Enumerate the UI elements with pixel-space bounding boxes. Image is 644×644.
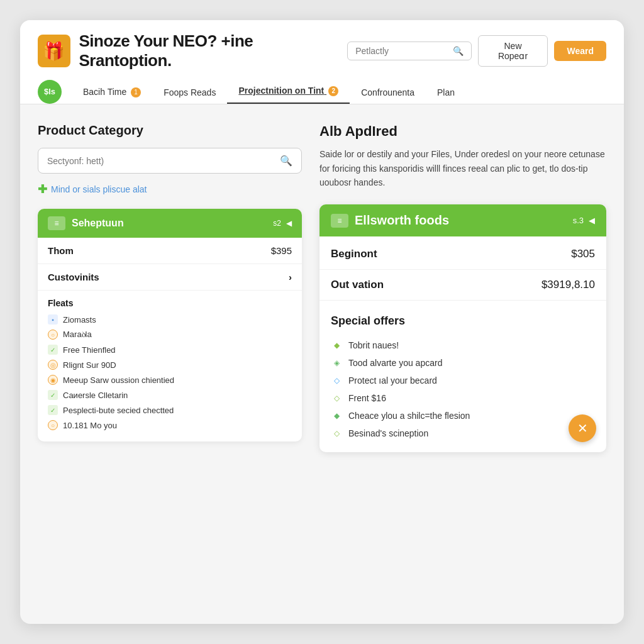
list-item: ◇ Frent $16	[331, 389, 595, 407]
nav-logo: $ls	[38, 80, 62, 104]
right-title: Alb ApdIred	[319, 123, 606, 140]
search-icon-left: 🔍	[280, 155, 292, 167]
list-item: ◎ Rlignt Sur 90D	[48, 357, 292, 372]
circle-icon: ○	[48, 420, 58, 430]
ellsworth-list-icon: ≡	[331, 214, 348, 228]
offer-list: ◆ Tobrit naues! ◈ Tood alvarte you apcar…	[331, 336, 595, 442]
list-item: ✓ Caиersle Clletarin	[48, 387, 292, 402]
ellsworth-title: ≡ Ellsworth foods	[331, 213, 449, 228]
list-item: ✓ Pesplecti-bute secied chectted	[48, 402, 292, 418]
list-item: ○ Maraꝺla	[48, 327, 292, 342]
thom-row: Thom $395	[38, 238, 302, 264]
circle-icon: ◎	[48, 360, 58, 370]
list-item: ◈ Tood alvarte you apcard	[331, 354, 595, 372]
nav-area: $ls Bacih Time 1 Foops Reads Projectniti…	[38, 79, 606, 104]
circle-icon: ○	[48, 330, 58, 340]
list-item: ◇ Besinad's scineption	[331, 425, 595, 442]
share-icon[interactable]: ◀	[286, 219, 292, 228]
main-content: Product Category 🔍 ✚ Mind or sials plisc…	[20, 104, 624, 471]
diamond-outline-icon: ◇	[331, 392, 342, 404]
check-icon: ✓	[48, 405, 58, 415]
beginont-row: Beginont $305	[319, 239, 606, 270]
square-icon: ▪	[48, 314, 58, 325]
ellsworth-header-right: s.3 ◀	[573, 216, 595, 225]
ellsworth-rows: Beginont $305 Out vation $3919,8.10	[319, 236, 606, 303]
seheptuun-card-header: ≡ Seheptuun s2 ◀	[38, 209, 302, 238]
logo-icon: 🎁	[38, 35, 70, 67]
tag-icon: ◈	[331, 357, 342, 369]
right-description: Saide lor or destily and your Files, Und…	[319, 147, 606, 189]
nav-item-projectnition[interactable]: Projectnition on Tint 2	[227, 79, 350, 104]
left-section-title: Product Category	[38, 123, 302, 138]
header: 🎁 Sinoze Your NEO? +ine Srantoption. 🔍 N…	[20, 20, 624, 104]
weard-button[interactable]: Weard	[554, 41, 606, 61]
list-item: ✓ Free Thienfled	[48, 342, 292, 357]
ellsworth-card: ≡ Ellsworth foods s.3 ◀ Beginont $305 Ou…	[319, 204, 606, 452]
check-icon: ✓	[48, 390, 58, 400]
list-item: ○ 10.181 Mo you	[48, 418, 292, 433]
logo-area: 🎁 Sinoze Your NEO? +ine Srantoption.	[38, 31, 347, 70]
list-item: ◆ Cheace ylou a shilc=the flesion	[331, 407, 595, 425]
card-header-left: ≡ Seheptuun	[48, 216, 124, 230]
app-container: 🎁 Sinoze Your NEO? +ine Srantoption. 🔍 N…	[20, 20, 624, 624]
special-offers-title: Special offers	[331, 314, 595, 328]
right-panel: Alb ApdIred Saide lor or destily and you…	[302, 123, 606, 452]
left-panel: Product Category 🔍 ✚ Mind or sials plisc…	[38, 123, 302, 452]
nav-item-plan[interactable]: Plan	[426, 81, 466, 104]
custovinits-section[interactable]: Custovinits ›	[38, 264, 302, 291]
special-offers-section: Special offers ◆ Tobrit naues! ◈ Tood al…	[319, 303, 606, 452]
diamond-check-icon: ◇	[331, 428, 342, 439]
app-title: Sinoze Your NEO? +ine Srantoption.	[79, 31, 348, 70]
circle-icon: ◉	[48, 375, 58, 385]
list-item: ▪ Ziomasts	[48, 312, 292, 327]
list-item: ◇ Protect ıal your becard	[331, 372, 595, 389]
category-search-input[interactable]	[47, 156, 274, 166]
header-top: 🎁 Sinoze Your NEO? +ine Srantoption. 🔍 N…	[38, 31, 606, 70]
add-link[interactable]: ✚ Mind or sials pliscue alat	[38, 182, 302, 196]
ellsworth-header: ≡ Ellsworth foods s.3 ◀	[319, 204, 606, 236]
features-title: Fleats	[38, 291, 302, 312]
nav-item-bacih-time[interactable]: Bacih Time 1	[72, 80, 152, 104]
card-list-icon: ≡	[48, 216, 65, 230]
share-icon[interactable]: ◀	[589, 216, 595, 225]
nav-items: Bacih Time 1 Foops Reads Projectnition o…	[72, 79, 466, 104]
card-header-right: s2 ◀	[273, 219, 292, 228]
global-search-input[interactable]	[355, 46, 447, 56]
new-rope-button[interactable]: New Ropeɑr	[478, 35, 548, 67]
out-vation-row: Out vation $3919,8.10	[319, 270, 606, 301]
seheptuun-card: ≡ Seheptuun s2 ◀ Thom $395 Custovinits	[38, 209, 302, 441]
global-search-bar[interactable]: 🔍	[347, 42, 471, 60]
header-right: 🔍 New Ropeɑr Weard	[347, 35, 606, 67]
search-icon: 🔍	[453, 46, 464, 56]
chevron-right-icon: ›	[289, 272, 292, 282]
check-diamond-icon: ◆	[331, 410, 342, 421]
stacked-cards-container: ≡ Seheptuun s2 ◀ Thom $395 Custovinits	[38, 209, 302, 441]
list-item: ◉ Meeup Sarw oussion chientied	[48, 372, 292, 387]
feature-list: ▪ Ziomasts ○ Maraꝺla ✓ Free Thienfled	[38, 312, 302, 441]
list-item: ◆ Tobrit naues!	[331, 336, 595, 354]
nav-item-confrounenta[interactable]: Confrounenta	[350, 81, 426, 104]
category-search-bar[interactable]: 🔍	[38, 148, 302, 174]
check-icon: ✓	[48, 345, 58, 355]
diamond-icon: ◆	[331, 340, 342, 351]
plus-icon: ✚	[38, 182, 47, 196]
nav-item-foops-reads[interactable]: Foops Reads	[152, 81, 227, 104]
shield-icon: ◇	[331, 375, 342, 386]
